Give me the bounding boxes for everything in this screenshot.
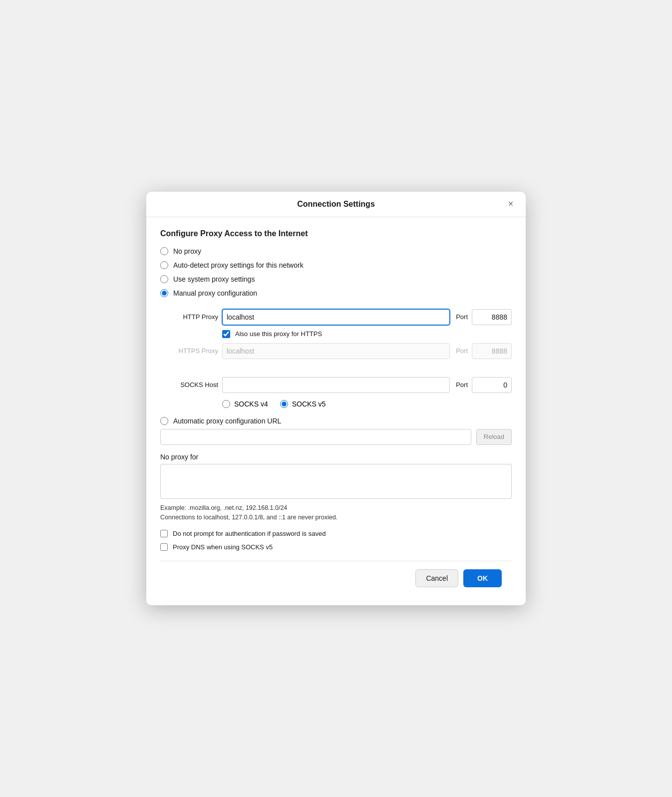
https-proxy-row: HTTPS Proxy Port bbox=[174, 343, 512, 359]
ok-button[interactable]: OK bbox=[463, 569, 502, 587]
manual-proxy-option[interactable]: Manual proxy configuration bbox=[160, 289, 512, 297]
no-proxy-radio[interactable] bbox=[160, 247, 168, 255]
https-port-label: Port bbox=[456, 347, 468, 355]
auto-proxy-radio[interactable] bbox=[160, 417, 168, 425]
https-port-input bbox=[472, 343, 512, 359]
auto-proxy-section: Automatic proxy configuration URL Reload bbox=[160, 417, 512, 445]
hint-line2: Connections to localhost, 127.0.0.1/8, a… bbox=[160, 514, 337, 521]
system-proxy-label: Use system proxy settings bbox=[173, 275, 255, 283]
socks-port-label: Port bbox=[456, 381, 468, 389]
connection-settings-dialog: Connection Settings × Configure Proxy Ac… bbox=[146, 192, 526, 606]
socks-v4-radio[interactable] bbox=[222, 400, 230, 408]
bottom-checkboxes: Do not prompt for authentication if pass… bbox=[160, 530, 512, 551]
also-https-row: Also use this proxy for HTTPS bbox=[222, 330, 512, 338]
auto-detect-radio[interactable] bbox=[160, 261, 168, 269]
http-proxy-input[interactable] bbox=[222, 309, 450, 325]
https-proxy-input bbox=[222, 343, 450, 359]
auto-proxy-option[interactable]: Automatic proxy configuration URL bbox=[160, 417, 512, 425]
dialog-title: Connection Settings bbox=[297, 200, 375, 209]
http-proxy-label: HTTP Proxy bbox=[174, 313, 218, 321]
manual-proxy-fields: HTTP Proxy Port Also use this proxy for … bbox=[174, 309, 512, 408]
socks-v4-option[interactable]: SOCKS v4 bbox=[222, 400, 268, 408]
also-https-label: Also use this proxy for HTTPS bbox=[235, 330, 322, 338]
no-proxy-for-label: No proxy for bbox=[160, 453, 512, 461]
no-proxy-for-section: No proxy for Example: .mozilla.org, .net… bbox=[160, 453, 512, 522]
proxy-dns-option[interactable]: Proxy DNS when using SOCKS v5 bbox=[160, 543, 512, 551]
hint-line1: Example: .mozilla.org, .net.nz, 192.168.… bbox=[160, 504, 287, 511]
socks-v5-radio[interactable] bbox=[280, 400, 288, 408]
proxy-dns-label: Proxy DNS when using SOCKS v5 bbox=[173, 543, 273, 551]
socks-v5-option[interactable]: SOCKS v5 bbox=[280, 400, 326, 408]
socks-v5-label: SOCKS v5 bbox=[292, 400, 326, 408]
no-auth-prompt-option[interactable]: Do not prompt for authentication if pass… bbox=[160, 530, 512, 537]
section-title: Configure Proxy Access to the Internet bbox=[160, 229, 512, 238]
https-proxy-label: HTTPS Proxy bbox=[174, 347, 218, 355]
proxy-options-group: No proxy Auto-detect proxy settings for … bbox=[160, 247, 512, 408]
manual-proxy-label: Manual proxy configuration bbox=[173, 289, 257, 297]
auto-proxy-field-row: Reload bbox=[160, 429, 512, 445]
no-proxy-label: No proxy bbox=[173, 247, 201, 255]
auto-proxy-url-input[interactable] bbox=[160, 429, 471, 445]
reload-button[interactable]: Reload bbox=[476, 429, 512, 445]
socks-version-group: SOCKS v4 SOCKS v5 bbox=[222, 400, 512, 408]
system-proxy-option[interactable]: Use system proxy settings bbox=[160, 275, 512, 283]
close-button[interactable]: × bbox=[504, 197, 518, 211]
http-port-input[interactable] bbox=[472, 309, 512, 325]
also-https-checkbox[interactable] bbox=[222, 330, 230, 338]
socks-v4-label: SOCKS v4 bbox=[234, 400, 268, 408]
http-port-label: Port bbox=[456, 313, 468, 321]
http-proxy-row: HTTP Proxy Port bbox=[174, 309, 512, 325]
dialog-footer: Cancel OK bbox=[160, 561, 512, 595]
dialog-header: Connection Settings × bbox=[146, 192, 526, 217]
system-proxy-radio[interactable] bbox=[160, 275, 168, 283]
dialog-body: Configure Proxy Access to the Internet N… bbox=[146, 217, 526, 606]
socks-port-input[interactable] bbox=[472, 377, 512, 393]
proxy-dns-checkbox[interactable] bbox=[160, 543, 168, 551]
no-proxy-hint: Example: .mozilla.org, .net.nz, 192.168.… bbox=[160, 503, 512, 522]
socks-host-input[interactable] bbox=[222, 377, 450, 393]
cancel-button[interactable]: Cancel bbox=[415, 569, 458, 587]
no-proxy-textarea[interactable] bbox=[160, 464, 512, 499]
auto-detect-option[interactable]: Auto-detect proxy settings for this netw… bbox=[160, 261, 512, 269]
no-proxy-option[interactable]: No proxy bbox=[160, 247, 512, 255]
manual-proxy-radio[interactable] bbox=[160, 289, 168, 297]
no-auth-prompt-label: Do not prompt for authentication if pass… bbox=[173, 530, 326, 537]
auto-detect-label: Auto-detect proxy settings for this netw… bbox=[173, 261, 304, 269]
no-auth-prompt-checkbox[interactable] bbox=[160, 530, 168, 537]
socks-host-label: SOCKS Host bbox=[174, 381, 218, 389]
auto-proxy-label: Automatic proxy configuration URL bbox=[173, 417, 281, 425]
socks-host-row: SOCKS Host Port bbox=[174, 377, 512, 393]
